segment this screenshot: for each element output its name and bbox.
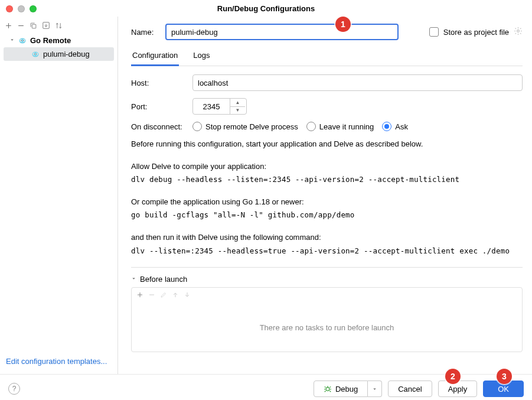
edit-task-icon [160,291,167,300]
move-up-icon [172,291,179,300]
debug-button-group: Debug [314,381,382,397]
tab-configuration[interactable]: Configuration [131,47,179,66]
host-input[interactable] [192,74,523,91]
remove-config-icon[interactable] [17,22,25,30]
tree-child-label: pulumi-debug [43,50,90,58]
port-stepper[interactable]: ▲ ▼ [230,99,245,114]
config-panel: 1 Name: Store as project file Configurat… [118,17,532,374]
radio-stop-process[interactable]: Stop remote Delve process [192,122,298,131]
callout-2: 2 [445,369,461,384]
maximize-window-button[interactable] [30,5,37,12]
svg-rect-0 [32,24,36,28]
window-title: Run/Debug Configurations [0,4,532,17]
svg-point-6 [23,40,24,41]
store-as-project-checkbox[interactable] [429,27,439,37]
svg-point-4 [21,40,22,41]
copy-config-icon[interactable] [30,22,37,30]
radio-ask[interactable]: Ask [382,122,408,131]
go-remote-icon [31,50,40,58]
config-tabs: Configuration Logs [131,47,523,66]
apply-button[interactable]: Apply [438,381,478,397]
sidebar: Go Remote pulumi-debug Edit configuratio… [0,17,118,374]
tree-parent-label: Go Remote [30,36,71,45]
tree-node-go-remote[interactable]: Go Remote [2,34,115,47]
save-config-icon[interactable] [42,21,50,30]
callout-1: 1 [335,17,351,32]
callout-3: 3 [497,369,512,384]
close-window-button[interactable] [6,5,13,12]
disconnect-label: On disconnect: [131,122,192,131]
add-config-icon[interactable] [5,22,12,30]
minimize-window-button[interactable] [18,5,25,12]
config-tree: Go Remote pulumi-debug [0,34,118,352]
tab-logs[interactable]: Logs [192,47,211,66]
debug-button[interactable]: Debug [314,381,368,397]
stepper-up-icon[interactable]: ▲ [230,99,245,107]
svg-point-13 [326,388,329,391]
add-task-icon[interactable] [136,291,143,300]
gear-icon[interactable] [514,27,523,37]
debug-dropdown-icon[interactable] [368,381,382,397]
stepper-down-icon[interactable]: ▼ [230,107,245,115]
bug-icon [324,385,332,393]
sidebar-toolbar [0,20,118,34]
radio-leave-running[interactable]: Leave it running [306,122,374,131]
chevron-down-icon [9,37,15,44]
edit-templates-link[interactable]: Edit configuration templates... [0,352,118,370]
remove-task-icon [148,291,155,300]
svg-point-11 [36,53,37,54]
port-input[interactable] [193,99,230,114]
name-label: Name: [131,28,165,37]
before-launch-box: There are no tasks to run before launch [131,287,523,352]
sort-config-icon[interactable] [55,22,63,30]
help-icon[interactable]: ? [8,383,20,395]
before-launch-header[interactable]: Before launch [131,275,523,284]
tree-node-pulumi-debug[interactable]: pulumi-debug [4,47,114,61]
move-down-icon [184,291,191,300]
host-label: Host: [131,79,192,87]
svg-point-9 [34,53,35,54]
chevron-down-icon [131,276,136,282]
store-as-project-label: Store as project file [443,28,509,37]
svg-point-12 [517,30,520,32]
no-tasks-label: There are no tasks to run before launch [132,304,522,352]
go-remote-icon [18,37,27,45]
config-name-input[interactable] [165,24,399,40]
instructions-text: Before running this configuration, start… [131,138,523,256]
cancel-button[interactable]: Cancel [388,381,432,397]
dialog-footer: ? Debug Cancel Apply OK 2 3 [0,374,532,400]
port-label: Port: [131,102,192,111]
